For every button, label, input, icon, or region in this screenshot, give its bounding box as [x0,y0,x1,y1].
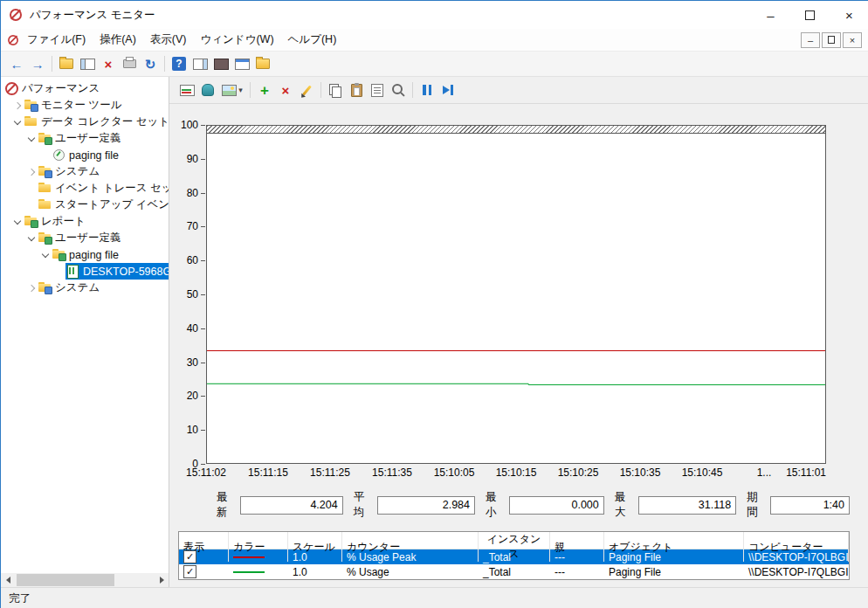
plot-area[interactable] [206,125,826,464]
properties-button[interactable] [367,79,388,100]
open-folder-button[interactable] [56,53,77,74]
tree-item-label: DESKTOP-5968G [83,266,169,278]
legend-cell-counter: % Usage [342,566,479,578]
tree-item-label: ユーザー定義 [55,231,125,245]
x-axis-label: 15:10:45 [682,466,723,479]
x-axis-label: 15:11:02 [186,466,226,479]
window-title: パフォーマンス モニター [30,8,751,23]
y-axis: 1009080706050403020100 [176,125,206,464]
collapse-chevron[interactable] [25,133,38,145]
forward-button[interactable]: → [27,53,48,74]
show-console-tree-button[interactable] [77,53,98,74]
new-window-button[interactable] [231,53,252,74]
close-button[interactable]: × [830,1,868,29]
expand-chevron[interactable] [25,166,38,178]
collapse-chevron[interactable] [25,232,38,245]
collapse-chevron[interactable] [11,216,24,228]
tree-item-label: スタートアップ イベント トレ [55,197,169,212]
menu-action[interactable]: 操作(A) [93,29,143,51]
scroll-left-button[interactable] [1,573,15,587]
delete-counter-button[interactable]: × [275,79,296,100]
tree-item-startup-event-trace[interactable]: スタートアップ イベント トレ [1,197,169,213]
mdi-close-button[interactable]: × [843,32,862,48]
view-log-data-button[interactable] [197,79,218,100]
print-button[interactable] [119,53,140,74]
title-bar: パフォーマンス モニター – × [1,1,868,29]
highlight-button[interactable] [296,79,317,100]
show-action-pane-button[interactable] [189,53,210,74]
printer-icon [123,59,136,68]
properties-icon [371,84,383,97]
legend-cell-scale: 1.0 [288,551,342,563]
refresh-button[interactable]: ↻ [140,53,161,74]
legend-cell-parent: --- [550,551,604,563]
min-label: 最小 [486,490,505,520]
console-tree-pane: パフォーマンス モニター ツール データ コレクター セット ユーザー定義 [1,77,169,587]
tree-item-reports[interactable]: レポート [1,213,169,230]
y-axis-label: 70 [187,221,198,231]
tree-item-label: パフォーマンス [22,81,103,96]
minimize-button[interactable]: – [751,1,790,29]
view-current-activity-button[interactable] [176,79,197,100]
legend-header: 表示 カラー スケール カウンター インスタンス 親 オブジェクト コンピュータ… [179,532,849,549]
tree-item-reports-system[interactable]: システム [1,280,169,296]
x-axis-label: 1... [757,466,772,479]
perfmon-icon [4,82,19,95]
mdi-minimize-button[interactable]: – [801,32,820,48]
expand-chevron[interactable] [25,282,38,294]
menu-window[interactable]: ウィンドウ(W) [193,29,280,51]
tree-item-label: データ コレクター セット [41,114,169,129]
tree-item-system[interactable]: システム [1,163,169,180]
tree-item-label: システム [55,164,103,179]
perfmon-window: パフォーマンス モニター – × ファイル(F) 操作(A) 表示(V) ウィン… [0,0,868,608]
user-defined-folder-icon [38,231,52,245]
zoom-button[interactable] [388,79,409,100]
average-value: 2.984 [377,496,475,515]
color-sample [233,556,265,558]
tree-item-monitoring-tools[interactable]: モニター ツール [1,97,169,114]
mdi-restore-button[interactable] [822,32,841,48]
folder-icon [256,59,270,69]
hatch-band [207,126,825,134]
add-counter-button[interactable]: + [254,79,275,100]
legend-cell-computer: \\DESKTOP-I7QLBGI [744,551,849,563]
help-icon: ? [172,57,186,71]
console-window-button[interactable] [210,53,231,74]
update-data-button[interactable] [437,79,458,100]
menu-file[interactable]: ファイル(F) [20,29,93,51]
tree-item-performance[interactable]: パフォーマンス [1,80,169,97]
legend-row-usage[interactable]: ✓ 1.0 % Usage _Total --- Paging File \\D… [179,564,849,579]
change-graph-type-button[interactable]: ▾ [218,79,246,100]
tree-item-data-collector-sets[interactable]: データ コレクター セット [1,114,169,130]
freeze-display-button[interactable] [417,79,437,100]
maximize-button[interactable] [790,1,830,29]
scroll-right-button[interactable] [155,573,169,587]
scrollbar-thumb[interactable] [17,574,114,586]
tree-item-paging-file[interactable]: paging file [1,147,169,163]
favorites-folder-button[interactable] [252,53,273,74]
back-button[interactable]: ← [6,53,27,74]
help-button[interactable]: ? [169,53,189,74]
delete-button[interactable]: × [98,53,119,74]
scrollbar-track[interactable] [15,573,155,587]
step-forward-icon [443,85,453,95]
log-data-icon [202,84,214,96]
x-axis-label: 15:10:05 [434,466,475,479]
collapse-chevron[interactable] [39,249,52,261]
menu-view[interactable]: 表示(V) [143,29,194,51]
monitor-tools-folder-icon [24,99,38,112]
copy-properties-button[interactable] [325,79,346,100]
expand-chevron[interactable] [11,100,24,112]
menu-help[interactable]: ヘルプ(H) [281,29,344,51]
tree-item-reports-paging-file[interactable]: paging file [1,246,169,263]
tree-item-desktop-report[interactable]: DESKTOP-5968G [1,263,169,280]
tree-item-event-trace-sessions[interactable]: イベント トレース セッション [1,180,169,197]
tree-horizontal-scrollbar[interactable] [1,573,169,587]
collapse-chevron[interactable] [11,116,24,128]
tree-item-reports-user-defined[interactable]: ユーザー定義 [1,230,169,246]
console-tree-icon [80,59,95,70]
paste-counter-list-button[interactable] [346,79,367,100]
tree-item-user-defined[interactable]: ユーザー定義 [1,130,169,147]
show-checkbox[interactable]: ✓ [183,565,196,578]
show-checkbox[interactable]: ✓ [183,550,196,563]
